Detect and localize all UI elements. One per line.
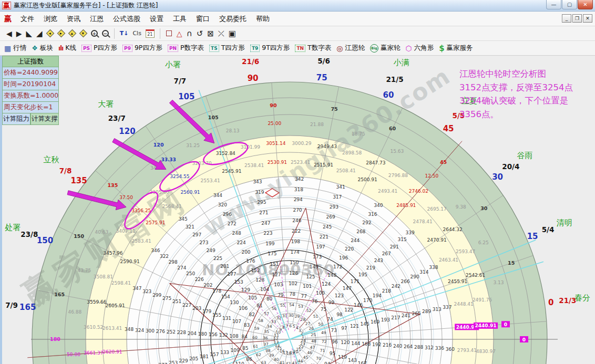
pan-down-icon[interactable]: ▾ [79, 29, 87, 38]
svg-text:360: 360 [446, 347, 455, 352]
svg-text:3610.52: 3610.52 [84, 325, 103, 330]
cross-tool-icon[interactable]: ⤫ [218, 28, 224, 39]
menu-browse[interactable]: 浏览 [39, 13, 62, 25]
svg-text:2949.43: 2949.43 [317, 144, 337, 149]
svg-text:2793.41: 2793.41 [457, 348, 477, 353]
hexagon-icon: ⬡ [405, 44, 412, 53]
cls-button[interactable]: Cls [132, 30, 141, 37]
svg-text:3559.66: 3559.66 [87, 299, 106, 305]
menu-file[interactable]: 文件 [16, 13, 39, 25]
rect-tool-icon[interactable] [166, 30, 172, 36]
svg-text:173: 173 [313, 254, 322, 259]
svg-text:133: 133 [220, 350, 229, 355]
svg-text:61: 61 [253, 344, 259, 349]
p9-square-button[interactable]: P99P四方形 [122, 44, 162, 53]
svg-text:大署: 大署 [98, 99, 114, 109]
menu-news[interactable]: 资讯 [62, 13, 85, 25]
calc-resistance-button[interactable]: 计算阻力 [2, 113, 30, 125]
svg-text:147: 147 [343, 286, 352, 291]
svg-text:165: 165 [54, 292, 65, 297]
menu-tools[interactable]: 工具 [168, 13, 191, 25]
svg-text:267: 267 [382, 251, 391, 256]
svg-text:60: 60 [389, 126, 396, 131]
svg-text:小署: 小署 [165, 60, 181, 69]
svg-text:274: 274 [177, 265, 186, 271]
mdi-close-button[interactable]: ✕ [583, 14, 592, 23]
svg-text:253: 253 [169, 360, 178, 364]
svg-text:2593.47: 2593.47 [456, 249, 475, 254]
menu-formula-stockpick[interactable]: 公式选股 [108, 13, 145, 25]
close-button[interactable]: ✕ [578, 0, 593, 9]
svg-text:129: 129 [241, 287, 250, 293]
sectors-button[interactable]: ❖板块 [32, 44, 53, 53]
next-arrow-icon[interactable]: ▶ [16, 28, 22, 39]
rotate-arc-tool-icon[interactable]: ↺ [197, 28, 203, 39]
winner-wheel-button[interactable]: Big赢家轮 [370, 44, 401, 53]
triangle-tool-icon[interactable]: △ [177, 29, 182, 38]
box-x-tool-icon[interactable]: ⊠ [207, 28, 214, 39]
svg-text:81: 81 [257, 303, 262, 308]
svg-text:76: 76 [312, 299, 318, 304]
minimize-button[interactable]: — [546, 0, 561, 9]
gann-wheel-button[interactable]: ◎江恩轮 [336, 44, 365, 53]
svg-text:0: 0 [522, 337, 526, 342]
svg-text:27: 27 [305, 321, 311, 326]
t-square-button[interactable]: TST四方形 [209, 44, 245, 53]
svg-text:71: 71 [320, 348, 325, 353]
select-box-tool-icon[interactable]: ▣ [229, 28, 236, 39]
svg-text:131: 131 [222, 316, 231, 321]
svg-text:30: 30 [289, 313, 294, 318]
kline-button[interactable]: ılıK线 [58, 44, 76, 53]
pan-up-icon[interactable]: ▴ [68, 29, 76, 38]
menu-trade[interactable]: 交易委托 [214, 13, 251, 25]
p-table-button[interactable]: PNP数字表 [168, 44, 204, 53]
calc-support-button[interactable]: 计算支撑 [30, 113, 59, 125]
cursor-left-icon[interactable]: ◣ [26, 28, 33, 39]
svg-text:271: 271 [259, 210, 268, 215]
svg-text:75: 75 [321, 307, 326, 312]
zoom-in-icon[interactable]: + [91, 30, 98, 37]
mdi-minimize-button[interactable]: _ [562, 14, 571, 23]
mdi-restore-button[interactable]: ❐ [572, 14, 582, 23]
svg-text:2455.91: 2455.91 [448, 279, 467, 284]
window-title: 赢家江恩专业版[赢家服务平台] - [上证指数 江恩轮] [14, 1, 158, 10]
zoom-out-icon[interactable]: − [102, 30, 109, 37]
t-down-icon[interactable]: T↓ [120, 30, 129, 37]
prev-arrow-icon[interactable]: ◀ [6, 28, 12, 39]
svg-text:169: 169 [371, 319, 379, 325]
menu-help[interactable]: 帮助 [251, 13, 274, 25]
calendar-icon[interactable]: 21 [146, 29, 155, 38]
svg-text:28.13: 28.13 [226, 128, 240, 133]
arc-tool-icon[interactable]: ∩ [187, 28, 192, 39]
quotes-button[interactable]: ▦行情 [4, 44, 26, 53]
svg-text:204: 204 [188, 331, 197, 336]
pan-right-icon[interactable]: ▸ [57, 29, 65, 38]
annotation-line: 江恩轮中轮时空分析图 [459, 67, 594, 81]
big-circle-icon: Big [370, 44, 378, 53]
svg-text:80: 80 [266, 296, 273, 301]
pan-left-icon[interactable]: ◂ [46, 29, 54, 38]
svg-text:298: 298 [169, 259, 178, 265]
svg-text:33.33: 33.33 [161, 157, 176, 162]
t-table-button[interactable]: TNT数字表 [295, 44, 331, 53]
svg-text:175: 175 [268, 251, 276, 256]
maximize-button[interactable]: ▢ [562, 0, 577, 9]
svg-text:45: 45 [440, 159, 447, 165]
menu-settings[interactable]: 设置 [145, 13, 168, 25]
winner-service-button[interactable]: $赢家服务 [439, 44, 473, 53]
svg-text:297: 297 [192, 232, 201, 237]
ts-icon: TS [209, 45, 219, 52]
menu-window[interactable]: 窗口 [191, 13, 214, 25]
svg-text:2695.17: 2695.17 [427, 206, 447, 212]
p-square-button[interactable]: PSP四方形 [81, 44, 117, 53]
hexagon-button[interactable]: ⬡六角形 [405, 44, 434, 53]
svg-text:294: 294 [294, 197, 303, 202]
svg-text:219: 219 [366, 265, 375, 271]
menu-gann[interactable]: 江恩 [85, 13, 108, 25]
cursor-right-icon[interactable]: ◢ [36, 28, 43, 39]
t9-square-button[interactable]: T99T四方形 [250, 44, 290, 53]
svg-text:250: 250 [186, 271, 195, 276]
svg-text:105: 105 [248, 295, 257, 300]
svg-text:270: 270 [293, 207, 302, 213]
svg-text:谷雨: 谷雨 [517, 151, 533, 160]
